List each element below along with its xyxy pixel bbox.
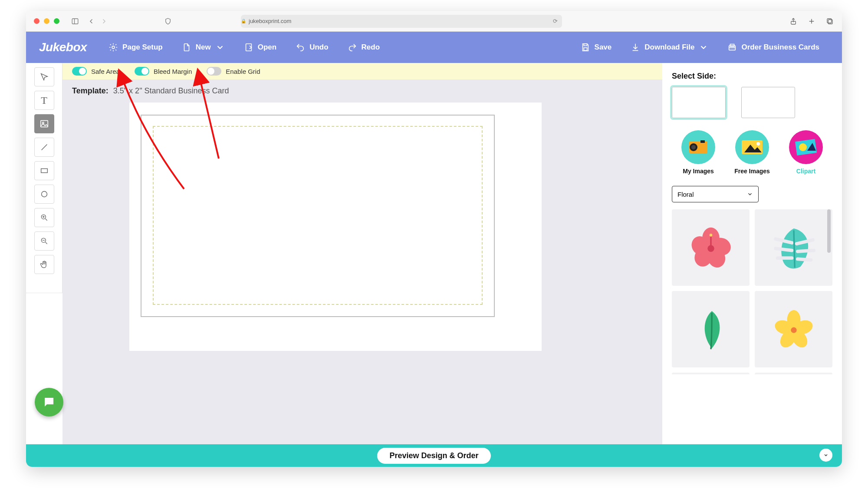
svg-point-34 — [799, 143, 807, 151]
open-button[interactable]: Open — [234, 38, 286, 57]
page-setup-button[interactable]: Page Setup — [99, 38, 172, 57]
tool-ellipse[interactable] — [34, 185, 54, 204]
lock-icon: 🔒 — [241, 19, 246, 23]
right-panel: Select Side: My Images Free Images — [662, 63, 842, 444]
toggle-enable-grid[interactable] — [207, 67, 221, 76]
svg-rect-12 — [730, 44, 734, 47]
svg-point-32 — [756, 142, 760, 145]
tab-my-images-label: My Images — [683, 168, 714, 175]
tab-free-images-label: Free Images — [734, 168, 770, 175]
address-bar[interactable]: 🔒 jukeboxprint.com ⟳ — [241, 15, 562, 28]
tab-clipart-label: Clipart — [796, 168, 815, 175]
svg-point-56 — [791, 327, 796, 333]
grid-label: Enable Grid — [226, 68, 260, 75]
chevron-down-icon — [215, 43, 225, 52]
svg-line-48 — [797, 251, 813, 251]
safe-area-rectangle — [153, 126, 483, 305]
clipart-category-select[interactable]: Floral — [672, 186, 759, 202]
redo-label: Redo — [362, 43, 380, 52]
undo-button[interactable]: Undo — [286, 38, 338, 57]
app-toolbar: Jukebox Page Setup New Open Undo Redo Sa… — [26, 32, 842, 63]
toggle-bleed-margin[interactable] — [135, 67, 149, 76]
svg-rect-14 — [40, 121, 48, 127]
tool-select[interactable] — [34, 67, 54, 86]
svg-line-24 — [45, 242, 47, 244]
tool-rectangle[interactable] — [34, 161, 54, 180]
window-controls — [34, 18, 59, 24]
clipart-category-value: Floral — [677, 191, 694, 198]
redo-button[interactable]: Redo — [338, 38, 390, 57]
card-stage[interactable] — [129, 102, 542, 351]
chevron-down-icon — [747, 191, 753, 197]
side-back-thumb[interactable] — [741, 87, 795, 118]
safe-area-label: Safe Area — [91, 68, 120, 75]
svg-point-7 — [112, 46, 115, 49]
close-window-button[interactable] — [34, 18, 39, 24]
bleed-label: Bleed Margin — [154, 68, 192, 75]
template-info: Template: 3.5" x 2" Standard Business Ca… — [62, 79, 662, 102]
svg-point-18 — [41, 192, 47, 197]
order-button[interactable]: Order Business Cards — [718, 38, 829, 57]
clipart-item[interactable] — [755, 209, 832, 286]
clipart-item[interactable] — [755, 291, 832, 367]
tool-text[interactable]: T — [34, 91, 54, 110]
svg-rect-8 — [246, 44, 251, 51]
svg-point-43 — [709, 234, 712, 237]
toggle-safe-area[interactable] — [72, 67, 87, 76]
support-chat-button[interactable] — [35, 388, 63, 416]
preview-order-button[interactable]: Preview Design & Order — [377, 448, 490, 464]
svg-rect-5 — [828, 20, 832, 24]
clipart-grid — [672, 209, 832, 374]
tab-free-images[interactable]: Free Images — [734, 130, 770, 175]
browser-window: 🔒 jukeboxprint.com ⟳ Jukebox Page Setup … — [26, 11, 842, 467]
app-logo: Jukebox — [39, 40, 87, 54]
minimize-window-button[interactable] — [44, 18, 49, 24]
nav-back-button[interactable] — [87, 17, 96, 26]
new-tab-icon[interactable] — [807, 17, 816, 26]
share-icon[interactable] — [789, 17, 798, 26]
svg-rect-10 — [584, 48, 587, 50]
page-setup-label: Page Setup — [122, 43, 163, 52]
svg-rect-17 — [41, 169, 47, 172]
svg-line-50 — [794, 230, 795, 268]
tab-my-images[interactable]: My Images — [681, 130, 715, 175]
order-label: Order Business Cards — [741, 43, 819, 52]
shield-icon[interactable] — [164, 17, 172, 26]
clipart-item[interactable] — [755, 373, 832, 374]
save-button[interactable]: Save — [571, 38, 621, 57]
tab-clipart[interactable]: Clipart — [789, 130, 823, 175]
svg-rect-29 — [700, 140, 705, 143]
tool-pan[interactable] — [34, 255, 54, 274]
tool-image[interactable] — [34, 114, 54, 133]
clipart-item[interactable] — [672, 209, 750, 286]
select-side-heading: Select Side: — [672, 72, 832, 81]
svg-line-16 — [41, 145, 47, 150]
clipart-item[interactable] — [672, 291, 750, 367]
svg-line-20 — [45, 219, 47, 221]
svg-point-28 — [691, 145, 696, 149]
nav-forward-button[interactable] — [99, 17, 108, 26]
tool-zoom-out[interactable] — [34, 231, 54, 251]
tool-line[interactable] — [34, 138, 54, 157]
svg-line-49 — [797, 259, 811, 260]
download-button[interactable]: Download File — [621, 38, 718, 57]
svg-rect-6 — [827, 19, 832, 23]
tabs-overview-icon[interactable] — [825, 17, 834, 26]
view-options-strip: Safe Area Bleed Margin Enable Grid — [62, 63, 662, 79]
open-label: Open — [258, 43, 276, 52]
tool-zoom-in[interactable] — [34, 208, 54, 227]
save-label: Save — [595, 43, 612, 52]
collapse-bottom-bar-button[interactable] — [819, 449, 832, 462]
new-button[interactable]: New — [172, 38, 234, 57]
svg-line-45 — [776, 248, 792, 250]
sidebar-toggle-icon[interactable] — [71, 17, 79, 26]
undo-label: Undo — [309, 43, 328, 52]
url-text: jukeboxprint.com — [249, 18, 291, 24]
side-front-thumb[interactable] — [672, 87, 726, 118]
new-label: New — [196, 43, 211, 52]
canvas-area: Safe Area Bleed Margin Enable Grid Templ… — [62, 63, 662, 444]
clipart-item[interactable] — [672, 373, 750, 374]
maximize-window-button[interactable] — [54, 18, 59, 24]
scrollbar-thumb[interactable] — [827, 209, 831, 253]
reload-icon[interactable]: ⟳ — [553, 18, 558, 24]
